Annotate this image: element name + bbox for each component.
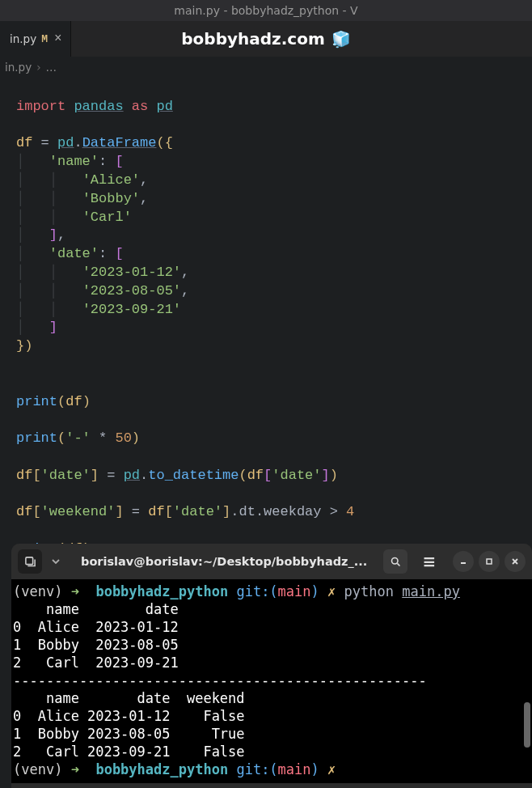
code-editor[interactable]: import pandas as pd df = pd.DataFrame({ … [0,78,532,559]
str-bobby: 'Bobby' [82,191,140,206]
menu-button[interactable]: ≡ [417,549,441,574]
breadcrumb-file: in.py [5,61,32,74]
terminal-title: borislav@borislav:~/Desktop/bobbyhadz_..… [70,555,374,568]
attr-dt-weekday: .dt.weekday [230,504,321,519]
out-header1: name date [13,601,179,617]
bracket-open: [ [115,246,123,261]
idx-date: 'date' [272,468,321,483]
str-date2: '2023-08-05' [82,283,181,299]
fn-print: print [16,430,57,446]
idx-date: 'date' [173,504,222,519]
op-assign: = [132,504,140,519]
cube-icon: 🧊 [331,30,351,49]
str-alice: 'Alice' [82,172,140,188]
prompt-venv: (venv) [13,583,62,599]
svg-rect-0 [25,557,32,564]
op-assign: = [107,468,115,483]
mod-pandas: pandas [74,99,123,114]
overlay-text: bobbyhadz.com [181,29,324,49]
ref-pd: pd [57,135,74,150]
fn-todatetime: to_datetime [148,468,239,483]
bracket-open: [ [115,154,123,169]
key-date: 'date' [49,246,99,261]
bracket-close: ] [49,320,57,335]
num-4: 4 [346,504,354,519]
paren: ( [57,430,65,446]
colon: : [99,246,107,261]
minimize-button[interactable] [453,551,474,572]
terminal-header: borislav@borislav:~/Desktop/bobbyhadz_..… [11,544,532,579]
idx-weekend: 'weekend' [41,504,116,519]
chevron-right-icon: › [36,61,40,74]
num-50: 50 [115,430,131,446]
svg-point-1 [391,557,398,564]
str-date3: '2023-09-21' [82,302,181,317]
breadcrumb[interactable]: in.py › … [0,57,532,78]
var-df: df [16,468,32,483]
cmd-python: python [344,583,394,599]
var-df: df [16,135,32,150]
paren: ) [82,394,91,409]
str-dash: '-' [65,430,91,446]
tab-dropdown[interactable] [47,549,65,574]
fn-print: print [16,394,57,409]
str-date1: '2023-01-12' [82,265,181,280]
arg-df: df [65,394,82,409]
prompt-branch: main [278,583,311,599]
str-carl: 'Carl' [82,210,132,225]
var-df: df [148,504,164,519]
bracket-close: ] [49,227,57,243]
editor-tab[interactable]: in.py M × [0,21,71,57]
idx-date: 'date' [41,468,91,483]
breadcrumb-more: … [46,61,57,74]
prompt-dir: bobbyhadz_python [95,761,228,777]
kw-import: import [16,99,65,114]
close-icon[interactable]: × [54,32,62,45]
paren-open: ({ [156,135,172,150]
arg-df: df [247,468,264,483]
op-assign: = [41,135,49,150]
prompt-dirty-icon: ✗ [327,761,336,777]
op-gt: > [330,504,338,519]
out-sep: ----------------------------------------… [13,672,427,688]
out-row: 2 Carl 2023-09-21 [13,655,179,671]
prompt-branch: main [278,761,311,777]
out-row: 0 Alice 2023-01-12 [13,619,179,635]
paren: ( [57,394,65,409]
tab-filename: in.py [10,32,36,45]
modified-indicator: M [41,33,48,45]
prompt-arrow-icon: ➜ [71,583,79,599]
prompt-dirty-icon: ✗ [327,583,336,599]
out-header2: name date weekend [13,690,245,706]
dot: . [74,135,82,150]
out-row: 0 Alice 2023-01-12 False [13,708,245,724]
alias-pd: pd [156,99,172,114]
window-title: main.py - bobbyhadz_python - V [0,0,532,21]
prompt-git-close: ) [311,583,319,599]
out-row: 1 Bobby 2023-08-05 True [13,726,245,742]
cmd-file: main.py [402,583,460,599]
kw-as: as [132,99,148,114]
close-button[interactable] [505,551,526,572]
prompt-git: git:( [236,761,277,777]
terminal-window: borislav@borislav:~/Desktop/bobbyhadz_..… [11,544,532,788]
new-tab-button[interactable] [18,549,42,574]
search-button[interactable] [383,549,407,574]
paren-close: }) [16,338,32,354]
maximize-button[interactable] [479,551,500,572]
prompt-venv: (venv) [13,761,62,777]
op-star: * [99,430,107,446]
scrollbar-thumb[interactable] [524,702,530,748]
key-name: 'name' [49,154,99,169]
terminal-output[interactable]: (venv) ➜ bobbyhadz_python git:(main) ✗ p… [11,579,532,783]
out-row: 1 Bobby 2023-08-05 [13,637,179,653]
prompt-dir: bobbyhadz_python [95,583,228,599]
tab-bar: in.py M × bobbyhadz.com 🧊 [0,21,532,57]
var-df: df [16,504,32,519]
colon: : [99,154,107,169]
prompt-arrow-icon: ➜ [71,761,79,777]
fn-dataframe: DataFrame [82,135,157,150]
ref-pd: pd [124,468,140,483]
out-row: 2 Carl 2023-09-21 False [13,744,245,760]
overlay-title: bobbyhadz.com 🧊 [0,21,532,57]
